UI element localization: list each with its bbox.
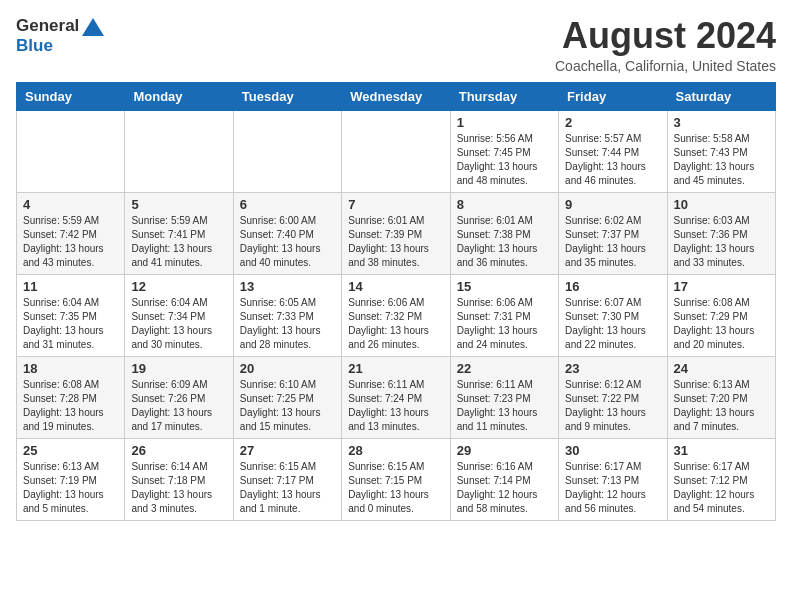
calendar-week-row: 25Sunrise: 6:13 AMSunset: 7:19 PMDayligh… [17,438,776,520]
day-number: 14 [348,279,443,294]
title-area: August 2024 Coachella, California, Unite… [555,16,776,74]
day-number: 22 [457,361,552,376]
day-number: 31 [674,443,769,458]
table-row: 21Sunrise: 6:11 AMSunset: 7:24 PMDayligh… [342,356,450,438]
day-number: 17 [674,279,769,294]
day-number: 15 [457,279,552,294]
logo-icon [82,18,104,36]
day-number: 19 [131,361,226,376]
day-number: 1 [457,115,552,130]
table-row: 17Sunrise: 6:08 AMSunset: 7:29 PMDayligh… [667,274,775,356]
table-row: 31Sunrise: 6:17 AMSunset: 7:12 PMDayligh… [667,438,775,520]
header-monday: Monday [125,82,233,110]
day-detail: Sunrise: 6:13 AMSunset: 7:19 PMDaylight:… [23,460,118,516]
day-detail: Sunrise: 6:02 AMSunset: 7:37 PMDaylight:… [565,214,660,270]
day-detail: Sunrise: 6:11 AMSunset: 7:24 PMDaylight:… [348,378,443,434]
logo: General Blue [16,16,104,57]
table-row: 12Sunrise: 6:04 AMSunset: 7:34 PMDayligh… [125,274,233,356]
table-row: 5Sunrise: 5:59 AMSunset: 7:41 PMDaylight… [125,192,233,274]
day-number: 29 [457,443,552,458]
day-detail: Sunrise: 6:16 AMSunset: 7:14 PMDaylight:… [457,460,552,516]
day-detail: Sunrise: 6:05 AMSunset: 7:33 PMDaylight:… [240,296,335,352]
header-wednesday: Wednesday [342,82,450,110]
day-number: 16 [565,279,660,294]
header-thursday: Thursday [450,82,558,110]
day-number: 3 [674,115,769,130]
table-row: 20Sunrise: 6:10 AMSunset: 7:25 PMDayligh… [233,356,341,438]
table-row: 30Sunrise: 6:17 AMSunset: 7:13 PMDayligh… [559,438,667,520]
day-detail: Sunrise: 5:58 AMSunset: 7:43 PMDaylight:… [674,132,769,188]
day-detail: Sunrise: 6:07 AMSunset: 7:30 PMDaylight:… [565,296,660,352]
day-detail: Sunrise: 6:12 AMSunset: 7:22 PMDaylight:… [565,378,660,434]
table-row: 7Sunrise: 6:01 AMSunset: 7:39 PMDaylight… [342,192,450,274]
day-detail: Sunrise: 6:17 AMSunset: 7:12 PMDaylight:… [674,460,769,516]
day-detail: Sunrise: 6:01 AMSunset: 7:39 PMDaylight:… [348,214,443,270]
table-row: 10Sunrise: 6:03 AMSunset: 7:36 PMDayligh… [667,192,775,274]
svg-marker-0 [82,18,104,36]
month-year-title: August 2024 [555,16,776,56]
day-detail: Sunrise: 6:11 AMSunset: 7:23 PMDaylight:… [457,378,552,434]
header-friday: Friday [559,82,667,110]
day-number: 5 [131,197,226,212]
calendar-header-row: Sunday Monday Tuesday Wednesday Thursday… [17,82,776,110]
day-detail: Sunrise: 6:14 AMSunset: 7:18 PMDaylight:… [131,460,226,516]
day-number: 25 [23,443,118,458]
day-detail: Sunrise: 6:04 AMSunset: 7:34 PMDaylight:… [131,296,226,352]
logo-blue: Blue [16,36,53,56]
table-row: 15Sunrise: 6:06 AMSunset: 7:31 PMDayligh… [450,274,558,356]
calendar-week-row: 1Sunrise: 5:56 AMSunset: 7:45 PMDaylight… [17,110,776,192]
day-number: 8 [457,197,552,212]
header-tuesday: Tuesday [233,82,341,110]
day-detail: Sunrise: 6:08 AMSunset: 7:28 PMDaylight:… [23,378,118,434]
calendar-week-row: 18Sunrise: 6:08 AMSunset: 7:28 PMDayligh… [17,356,776,438]
table-row [342,110,450,192]
day-detail: Sunrise: 6:06 AMSunset: 7:32 PMDaylight:… [348,296,443,352]
day-number: 7 [348,197,443,212]
table-row: 25Sunrise: 6:13 AMSunset: 7:19 PMDayligh… [17,438,125,520]
day-detail: Sunrise: 5:56 AMSunset: 7:45 PMDaylight:… [457,132,552,188]
day-detail: Sunrise: 6:06 AMSunset: 7:31 PMDaylight:… [457,296,552,352]
day-number: 26 [131,443,226,458]
location-subtitle: Coachella, California, United States [555,58,776,74]
table-row: 16Sunrise: 6:07 AMSunset: 7:30 PMDayligh… [559,274,667,356]
day-detail: Sunrise: 6:01 AMSunset: 7:38 PMDaylight:… [457,214,552,270]
day-detail: Sunrise: 6:17 AMSunset: 7:13 PMDaylight:… [565,460,660,516]
day-number: 4 [23,197,118,212]
day-number: 2 [565,115,660,130]
day-detail: Sunrise: 5:59 AMSunset: 7:41 PMDaylight:… [131,214,226,270]
day-number: 13 [240,279,335,294]
day-number: 30 [565,443,660,458]
table-row: 22Sunrise: 6:11 AMSunset: 7:23 PMDayligh… [450,356,558,438]
calendar-table: Sunday Monday Tuesday Wednesday Thursday… [16,82,776,521]
table-row: 4Sunrise: 5:59 AMSunset: 7:42 PMDaylight… [17,192,125,274]
table-row [17,110,125,192]
table-row: 23Sunrise: 6:12 AMSunset: 7:22 PMDayligh… [559,356,667,438]
day-detail: Sunrise: 5:59 AMSunset: 7:42 PMDaylight:… [23,214,118,270]
day-number: 28 [348,443,443,458]
day-number: 11 [23,279,118,294]
day-number: 20 [240,361,335,376]
day-number: 6 [240,197,335,212]
day-number: 10 [674,197,769,212]
day-detail: Sunrise: 6:09 AMSunset: 7:26 PMDaylight:… [131,378,226,434]
calendar-week-row: 11Sunrise: 6:04 AMSunset: 7:35 PMDayligh… [17,274,776,356]
day-detail: Sunrise: 5:57 AMSunset: 7:44 PMDaylight:… [565,132,660,188]
day-number: 12 [131,279,226,294]
table-row: 3Sunrise: 5:58 AMSunset: 7:43 PMDaylight… [667,110,775,192]
day-detail: Sunrise: 6:10 AMSunset: 7:25 PMDaylight:… [240,378,335,434]
table-row [233,110,341,192]
table-row: 19Sunrise: 6:09 AMSunset: 7:26 PMDayligh… [125,356,233,438]
table-row: 18Sunrise: 6:08 AMSunset: 7:28 PMDayligh… [17,356,125,438]
table-row: 1Sunrise: 5:56 AMSunset: 7:45 PMDaylight… [450,110,558,192]
day-number: 24 [674,361,769,376]
table-row: 2Sunrise: 5:57 AMSunset: 7:44 PMDaylight… [559,110,667,192]
table-row [125,110,233,192]
day-number: 18 [23,361,118,376]
table-row: 6Sunrise: 6:00 AMSunset: 7:40 PMDaylight… [233,192,341,274]
day-detail: Sunrise: 6:08 AMSunset: 7:29 PMDaylight:… [674,296,769,352]
day-detail: Sunrise: 6:00 AMSunset: 7:40 PMDaylight:… [240,214,335,270]
day-number: 23 [565,361,660,376]
table-row: 29Sunrise: 6:16 AMSunset: 7:14 PMDayligh… [450,438,558,520]
table-row: 27Sunrise: 6:15 AMSunset: 7:17 PMDayligh… [233,438,341,520]
table-row: 28Sunrise: 6:15 AMSunset: 7:15 PMDayligh… [342,438,450,520]
